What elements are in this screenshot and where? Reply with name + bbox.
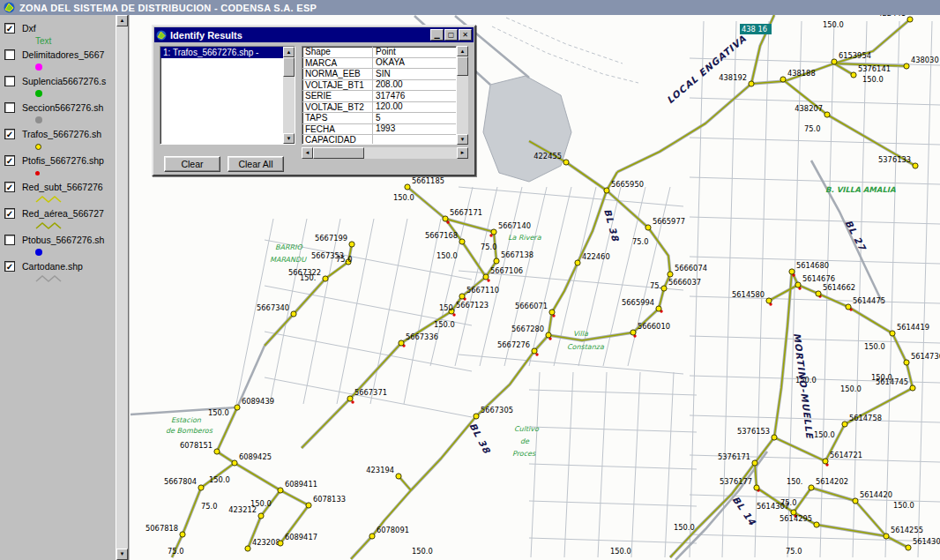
scroll-down-icon[interactable]: ▼ (457, 134, 468, 145)
layer-checkbox[interactable]: ✓ (4, 23, 15, 34)
map-node[interactable] (772, 435, 777, 440)
minimize-icon[interactable]: ▁ (430, 29, 444, 41)
map-node[interactable] (754, 485, 759, 490)
window-titlebar[interactable]: ZONA DEL SISTEMA DE DISTRIBUCION - CODEN… (0, 0, 940, 15)
table-vscrollbar[interactable]: ▲ ▼ (457, 46, 468, 145)
map-node[interactable] (483, 274, 489, 280)
map-node[interactable] (306, 503, 311, 508)
layer-label[interactable]: Seccion5667276.sh (22, 102, 103, 113)
map-node[interactable] (349, 242, 354, 247)
map-node[interactable] (278, 541, 283, 546)
layer-label[interactable]: Delimitadores_5667 (22, 49, 104, 60)
map-node[interactable] (494, 258, 499, 264)
map-node[interactable] (405, 184, 410, 190)
map-node[interactable] (809, 485, 814, 490)
map-node[interactable] (532, 348, 537, 354)
map-node[interactable] (323, 276, 328, 281)
layer-checkbox[interactable]: ✓ (4, 129, 15, 139)
attribute-row[interactable]: TAPS5 (302, 113, 456, 124)
layer-checkbox[interactable]: ✓ (4, 261, 15, 272)
map-node[interactable] (884, 534, 889, 539)
map-node[interactable] (668, 272, 673, 277)
map-node[interactable] (645, 225, 651, 230)
map-node[interactable] (347, 396, 353, 401)
layer-checkbox[interactable] (4, 235, 15, 245)
map-node[interactable] (491, 229, 496, 235)
layer-label[interactable]: Trafos_5667276.sh (22, 129, 101, 139)
layer-label[interactable]: Dxf (22, 23, 36, 34)
map-node[interactable] (913, 163, 918, 168)
map-node[interactable] (443, 216, 448, 221)
scroll-left-icon[interactable]: ◄ (302, 147, 313, 159)
attribute-row[interactable]: FECHA1993 (302, 124, 456, 136)
map-node[interactable] (814, 522, 819, 527)
panel-scrollbar[interactable]: ▲ ▼ (116, 15, 128, 560)
map-node[interactable] (546, 332, 551, 338)
layer-checkbox[interactable]: ✓ (4, 208, 15, 219)
map-node[interactable] (904, 63, 909, 69)
scroll-right-icon[interactable]: ► (457, 147, 468, 159)
map-node[interactable] (549, 310, 555, 315)
map-node[interactable] (630, 330, 636, 335)
map-node[interactable] (245, 546, 250, 551)
scroll-down-icon[interactable]: ▼ (283, 133, 295, 144)
map-node[interactable] (832, 59, 837, 64)
map-node[interactable] (278, 488, 283, 493)
layer-label[interactable]: Ptofis_5667276.shp (22, 155, 104, 166)
map-node[interactable] (369, 534, 375, 539)
attribute-row[interactable]: VOLTAJE_BT1208.00 (302, 80, 456, 92)
clear-button[interactable]: Clear (164, 156, 220, 172)
map-node[interactable] (232, 460, 237, 466)
list-scrollbar[interactable]: ▲ ▼ (283, 47, 295, 144)
close-icon[interactable]: ✕ (459, 29, 472, 41)
layer-label[interactable]: Red_aérea_566727 (22, 208, 104, 219)
map-node[interactable] (459, 294, 465, 299)
identify-results-list[interactable]: 1: Trafos_5667276.shp - ▲ ▼ (160, 46, 295, 145)
attribute-row[interactable]: ShapePoint (302, 47, 456, 58)
clear-all-button[interactable]: Clear All (228, 156, 284, 172)
map-node[interactable] (214, 449, 220, 454)
attribute-row[interactable]: SERIE317476 (302, 91, 456, 102)
map-node[interactable] (604, 188, 609, 193)
map-node[interactable] (795, 282, 801, 287)
scroll-thumb[interactable] (313, 147, 364, 159)
map-node[interactable] (853, 498, 858, 504)
map-node[interactable] (823, 459, 828, 464)
map-node[interactable] (563, 160, 569, 165)
map-node[interactable] (789, 269, 795, 274)
map-node[interactable] (749, 81, 754, 86)
layer-label[interactable]: Suplencia5667276.s (22, 76, 106, 86)
scroll-thumb[interactable] (283, 57, 295, 77)
attribute-row[interactable]: MARCAOKAYA (302, 58, 456, 70)
layer-checkbox[interactable]: ✓ (4, 155, 15, 166)
map-node[interactable] (846, 304, 851, 310)
scroll-thumb[interactable] (457, 56, 468, 76)
scroll-up-icon[interactable]: ▲ (116, 15, 128, 26)
layer-label[interactable]: Red_subt_5667276 (22, 182, 103, 192)
map-node[interactable] (824, 112, 830, 117)
map-node[interactable] (198, 485, 204, 490)
layer-checkbox[interactable]: ✓ (4, 182, 15, 192)
attribute-row[interactable]: NORMA_EEBSIN (302, 69, 456, 80)
map-node[interactable] (396, 474, 401, 479)
scroll-down-icon[interactable]: ▼ (116, 549, 128, 560)
scroll-up-icon[interactable]: ▲ (457, 46, 468, 56)
layer-checkbox[interactable] (4, 102, 15, 113)
map-node[interactable] (904, 360, 909, 365)
map-node[interactable] (258, 513, 264, 519)
map-node[interactable] (474, 414, 479, 419)
layer-checkbox[interactable] (4, 76, 15, 86)
attribute-row[interactable]: VOLTAJE_BT2120.00 (302, 102, 456, 114)
map-node[interactable] (752, 460, 757, 466)
map-node[interactable] (910, 385, 915, 391)
map-node[interactable] (780, 77, 786, 82)
map-node[interactable] (816, 291, 821, 296)
table-hscrollbar[interactable]: ◄ ► (302, 147, 468, 159)
attributes-table[interactable]: ShapePointMARCAOKAYANORMA_EEBSINVOLTAJE_… (302, 46, 457, 145)
map-node[interactable] (851, 72, 856, 78)
map-node[interactable] (842, 422, 847, 427)
map-node[interactable] (656, 306, 661, 311)
identify-result-item[interactable]: 1: Trafos_5667276.shp - (160, 47, 295, 58)
map-node[interactable] (906, 545, 911, 550)
layer-label[interactable]: Ptobus_5667276.sh (22, 235, 104, 245)
